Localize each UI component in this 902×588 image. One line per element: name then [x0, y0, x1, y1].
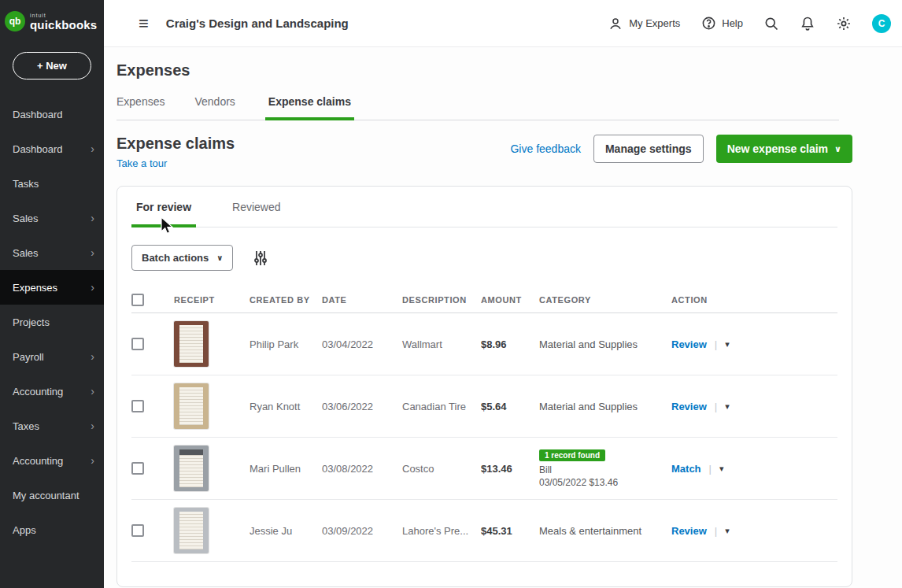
amount-cell: $13.46	[481, 463, 539, 475]
expense-claims-card: For review Reviewed Batch actions ∨ RECE…	[116, 186, 852, 587]
hamburger-menu-icon[interactable]: ≡	[139, 15, 149, 32]
new-expense-claim-button[interactable]: New expense claim ∨	[716, 135, 852, 163]
sidebar-item-sales-2[interactable]: Sales›	[0, 235, 104, 270]
receipt-thumbnail[interactable]	[174, 321, 209, 367]
sidebar-item-accounting-2[interactable]: Accounting›	[0, 443, 104, 478]
take-a-tour-link[interactable]: Take a tour	[116, 157, 167, 169]
tab-vendors[interactable]: Vendors	[194, 95, 235, 120]
review-action-link[interactable]: Review	[671, 401, 707, 412]
notifications-bell-icon[interactable]	[800, 16, 815, 31]
review-action-link[interactable]: Review	[671, 525, 707, 537]
match-action-link[interactable]: Match	[671, 463, 701, 475]
company-name: Craig's Design and Landscaping	[166, 17, 349, 30]
created-by-cell: Philip Park	[250, 338, 322, 350]
my-experts-button[interactable]: My Experts	[608, 16, 680, 31]
sidebar-item-taxes[interactable]: Taxes›	[0, 409, 104, 443]
topbar: ≡ Craig's Design and Landscaping My Expe…	[104, 0, 902, 47]
receipt-thumbnail[interactable]	[174, 508, 209, 553]
settings-gear-icon[interactable]	[836, 16, 852, 31]
tab-expense-claims[interactable]: Expense claims	[265, 95, 354, 120]
section-title: Expense claims	[116, 135, 235, 153]
chevron-right-icon: ›	[91, 142, 94, 155]
sidebar-item-accounting[interactable]: Accounting›	[0, 374, 104, 409]
row-checkbox[interactable]	[131, 524, 144, 537]
search-icon[interactable]	[763, 16, 779, 31]
tab-for-review[interactable]: For review	[131, 201, 196, 227]
category-cell: Material and Supplies	[539, 401, 671, 412]
column-header-category: CATEGORY	[539, 295, 671, 305]
page-tabs: Expenses Vendors Expense claims	[116, 95, 839, 120]
manage-settings-button[interactable]: Manage settings	[593, 135, 704, 163]
table-row: Jessie Ju 03/09/2022 Lahore's Pre... $45…	[131, 500, 837, 562]
column-header-created-by: CREATED BY	[250, 295, 322, 305]
batch-actions-dropdown[interactable]: Batch actions ∨	[131, 245, 233, 271]
date-cell: 03/06/2022	[322, 401, 402, 412]
date-cell: 03/04/2022	[322, 338, 402, 350]
column-header-receipt: RECEIPT	[174, 295, 250, 305]
page-title: Expenses	[116, 61, 902, 80]
divider: |	[709, 463, 712, 475]
description-cell: Wallmart	[402, 338, 481, 350]
select-all-checkbox[interactable]	[131, 294, 144, 306]
created-by-cell: Jessie Ju	[250, 525, 322, 537]
sidebar-item-apps[interactable]: Apps	[0, 512, 104, 547]
column-header-date: DATE	[322, 295, 402, 305]
amount-cell: $5.64	[481, 401, 539, 412]
description-cell: Lahore's Pre...	[402, 525, 481, 537]
section-header: Expense claims Take a tour Give feedback…	[116, 135, 852, 170]
matched-doc-type: Bill	[539, 464, 671, 475]
chevron-right-icon: ›	[91, 350, 94, 363]
help-icon	[701, 16, 716, 31]
matched-doc-detail: 03/05/2022 $13.46	[539, 477, 671, 488]
sidebar-item-dashboard-2[interactable]: Dashboard›	[0, 131, 104, 166]
app-root: qb intuit quickbooks + New Dashboard Das…	[0, 0, 902, 588]
row-action-dropdown-icon[interactable]: ▾	[725, 339, 730, 349]
sidebar-item-my-accountant[interactable]: My accountant	[0, 478, 104, 512]
chevron-down-icon: ∨	[216, 253, 223, 262]
divider: |	[715, 338, 717, 350]
row-checkbox[interactable]	[131, 338, 144, 350]
description-cell: Costco	[402, 463, 481, 475]
amount-cell: $45.31	[481, 525, 539, 537]
date-cell: 03/08/2022	[322, 463, 402, 475]
qb-logo-icon: qb	[5, 11, 25, 31]
date-cell: 03/09/2022	[322, 525, 402, 537]
row-action-dropdown-icon[interactable]: ▾	[725, 401, 730, 412]
tab-expenses[interactable]: Expenses	[116, 95, 165, 120]
sidebar-nav: Dashboard Dashboard› Tasks Sales› Sales›…	[0, 97, 104, 547]
divider: |	[715, 401, 717, 412]
receipt-thumbnail[interactable]	[174, 383, 209, 429]
created-by-cell: Mari Pullen	[250, 463, 322, 475]
review-action-link[interactable]: Review	[671, 338, 707, 350]
row-action-dropdown-icon[interactable]: ▾	[719, 464, 724, 474]
divider: |	[715, 525, 717, 537]
give-feedback-link[interactable]: Give feedback	[510, 142, 581, 155]
receipt-thumbnail[interactable]	[174, 446, 209, 491]
quickbooks-wordmark: quickbooks	[30, 19, 97, 31]
sidebar-item-dashboard[interactable]: Dashboard	[0, 97, 104, 131]
review-tabs: For review Reviewed	[131, 187, 837, 227]
sidebar-item-tasks[interactable]: Tasks	[0, 166, 104, 201]
sidebar-item-sales[interactable]: Sales›	[0, 201, 104, 235]
sidebar-item-projects[interactable]: Projects	[0, 305, 104, 339]
category-cell: 1 record found Bill 03/05/2022 $13.46	[539, 449, 671, 488]
row-checkbox[interactable]	[131, 462, 144, 475]
chevron-right-icon: ›	[91, 281, 94, 294]
user-avatar[interactable]: C	[872, 14, 891, 33]
sidebar-item-payroll[interactable]: Payroll›	[0, 339, 104, 374]
filter-sliders-icon[interactable]	[253, 250, 268, 266]
column-header-action: ACTION	[671, 295, 837, 305]
tab-reviewed[interactable]: Reviewed	[232, 201, 280, 227]
record-found-badge: 1 record found	[539, 449, 605, 461]
created-by-cell: Ryan Knott	[250, 401, 322, 412]
chevron-right-icon: ›	[91, 212, 94, 224]
row-checkbox[interactable]	[131, 400, 144, 412]
main-content: Expenses Expenses Vendors Expense claims…	[104, 47, 902, 588]
row-action-dropdown-icon[interactable]: ▾	[725, 526, 730, 536]
new-button[interactable]: + New	[13, 52, 91, 80]
quickbooks-logo: qb intuit quickbooks	[0, 0, 104, 39]
help-button[interactable]: Help	[701, 16, 743, 31]
sidebar-item-expenses[interactable]: Expenses›	[0, 270, 104, 305]
column-header-description: DESCRIPTION	[402, 295, 481, 305]
category-cell: Material and Supplies	[539, 338, 671, 350]
